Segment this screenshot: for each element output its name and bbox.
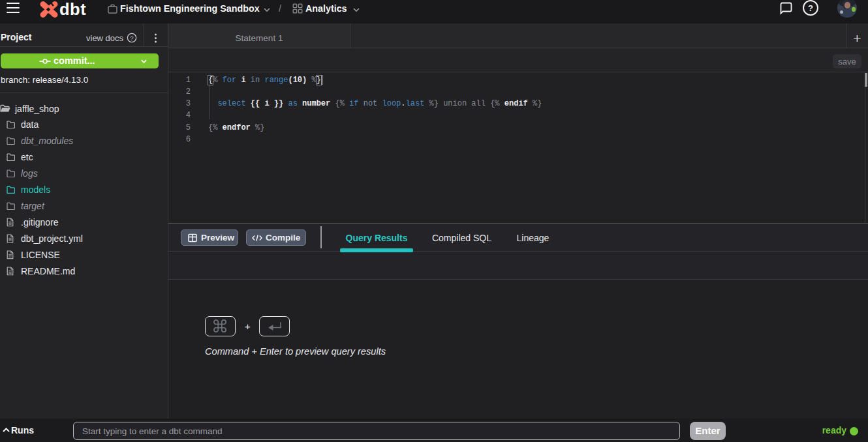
- svg-text:?: ?: [808, 3, 813, 13]
- svg-text:?: ?: [130, 34, 133, 41]
